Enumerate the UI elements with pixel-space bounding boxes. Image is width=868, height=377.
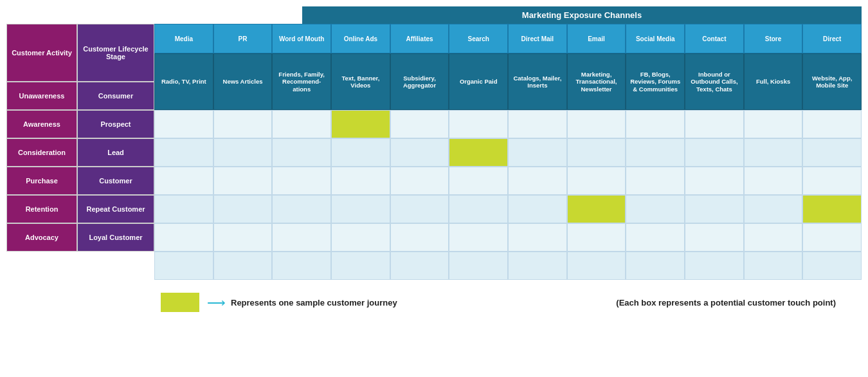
- grid-cell: [390, 195, 449, 223]
- left-headers: Customer Activity Customer Lifecycle Sta…: [6, 24, 154, 280]
- activity-cell: Advocacy: [6, 223, 77, 252]
- grid-cell: [744, 195, 803, 223]
- grid-cell: [567, 110, 626, 138]
- grid-cell: [508, 138, 567, 167]
- grid-cell: [154, 252, 213, 280]
- grid-cell: [744, 252, 803, 280]
- main-container: Marketing Exposure Channels Customer Act…: [6, 6, 862, 312]
- legend-arrow-icon: ⟶: [207, 295, 226, 310]
- left-row: ConsiderationLead: [6, 138, 154, 167]
- channel-header-cell: PR: [213, 24, 273, 53]
- lifecycle-cell: Repeat Customer: [77, 195, 154, 223]
- grid-cell: [331, 167, 390, 195]
- grid-cell: [331, 195, 390, 223]
- grid-cell: [685, 167, 744, 195]
- grid-cell: [449, 252, 508, 280]
- grid-cell: [567, 195, 626, 223]
- grid-cell: [626, 223, 685, 252]
- grid-cell: [213, 223, 273, 252]
- grid-cell: [449, 195, 508, 223]
- grid-cell: [390, 252, 449, 280]
- data-row: [154, 110, 862, 138]
- grid-cell: [154, 167, 213, 195]
- legend-left: ⟶ Represents one sample customer journey: [161, 293, 397, 312]
- left-row: PurchaseCustomer: [6, 167, 154, 195]
- grid-cell: [213, 110, 273, 138]
- grid-cell: [272, 223, 331, 252]
- sub-header-cell: Subsidiery, Aggregator: [390, 53, 449, 110]
- grid-cell: [685, 252, 744, 280]
- activity-cell: Purchase: [6, 167, 77, 195]
- data-row: [154, 138, 862, 167]
- channel-header-cell: Contact: [685, 24, 744, 53]
- grid-cell: [744, 110, 803, 138]
- grid-cell: [508, 195, 567, 223]
- table-wrapper: Customer Activity Customer Lifecycle Sta…: [6, 24, 862, 280]
- activity-cell: Unawareness: [6, 82, 77, 110]
- grid-cell: [626, 167, 685, 195]
- activity-cell: Awareness: [6, 110, 77, 138]
- channel-header-cell: Direct Mail: [508, 24, 567, 53]
- sub-header-cell: Radio, TV, Print: [154, 53, 213, 110]
- data-row: [154, 167, 862, 195]
- left-data-rows: UnawarenessConsumerAwarenessProspectCons…: [6, 82, 154, 252]
- channel-header-cell: Online Ads: [331, 24, 390, 53]
- grid-cell: [390, 138, 449, 167]
- grid-cell: [567, 138, 626, 167]
- grid-cell: [331, 110, 390, 138]
- grid-cell: [567, 167, 626, 195]
- legend-description: Represents one sample customer journey: [231, 298, 397, 308]
- sub-header-cell: Marketing, Transactional, Newsletter: [567, 53, 626, 110]
- grid-cell: [685, 223, 744, 252]
- left-row: AdvocacyLoyal Customer: [6, 223, 154, 252]
- grid-cell: [802, 223, 862, 252]
- lifecycle-header: Customer Lifecycle Stage: [77, 24, 154, 82]
- channel-header-cell: Search: [449, 24, 508, 53]
- activity-cell: Consideration: [6, 138, 77, 167]
- grid-cell: [272, 252, 331, 280]
- grid-cell: [508, 223, 567, 252]
- activity-header: Customer Activity: [6, 24, 77, 82]
- grid-cell: [685, 110, 744, 138]
- legend-right-text: (Each box represents a potential custome…: [616, 298, 836, 308]
- channels-area: MediaPRWord of MouthOnline AdsAffiliates…: [154, 24, 862, 280]
- grid-cell: [331, 252, 390, 280]
- grid-cell: [744, 167, 803, 195]
- grid-cell: [213, 195, 273, 223]
- legend-arrow-text: ⟶ Represents one sample customer journey: [207, 295, 397, 310]
- sub-header-cell: Text, Banner, Videos: [331, 53, 390, 110]
- channel-header-cell: Direct: [802, 24, 862, 53]
- grid-cell: [626, 138, 685, 167]
- lifecycle-cell: Customer: [77, 167, 154, 195]
- sub-header-cell: Website, App, Mobile Site: [802, 53, 862, 110]
- lifecycle-cell: Loyal Customer: [77, 223, 154, 252]
- channel-header-cell: Email: [567, 24, 626, 53]
- legend: ⟶ Represents one sample customer journey…: [6, 293, 862, 312]
- grid-cell: [272, 138, 331, 167]
- grid-cell: [802, 167, 862, 195]
- left-row: UnawarenessConsumer: [6, 82, 154, 110]
- grid-cell: [802, 138, 862, 167]
- channel-headers: MediaPRWord of MouthOnline AdsAffiliates…: [154, 24, 862, 53]
- grid-cell: [449, 138, 508, 167]
- data-row: [154, 223, 862, 252]
- grid-cell: [744, 138, 803, 167]
- grid-cell: [272, 110, 331, 138]
- grid-cell: [685, 195, 744, 223]
- grid-cell: [685, 138, 744, 167]
- sub-header-cell: FB, Blogs, Reviews, Forums & Communities: [626, 53, 685, 110]
- grid-cell: [449, 167, 508, 195]
- channel-header-cell: Word of Mouth: [272, 24, 331, 53]
- grid-cell: [390, 223, 449, 252]
- data-row: [154, 252, 862, 280]
- grid-cell: [213, 138, 273, 167]
- channel-header-cell: Social Media: [626, 24, 685, 53]
- grid-cell: [567, 252, 626, 280]
- left-row: AwarenessProspect: [6, 110, 154, 138]
- grid-cell: [272, 167, 331, 195]
- grid-cell: [449, 223, 508, 252]
- channel-header-cell: Media: [154, 24, 213, 53]
- grid-cell: [449, 110, 508, 138]
- grid-cell: [213, 167, 273, 195]
- grid-cell: [802, 195, 862, 223]
